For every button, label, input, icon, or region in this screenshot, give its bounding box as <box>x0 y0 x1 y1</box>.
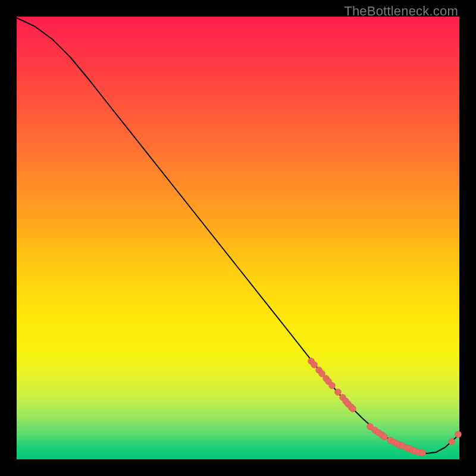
data-point <box>449 439 455 445</box>
chart-overlay <box>17 17 459 459</box>
data-point <box>329 383 336 389</box>
scatter-dots <box>308 358 462 456</box>
data-point <box>419 450 426 456</box>
data-point <box>455 431 462 438</box>
data-point <box>381 434 388 440</box>
data-point <box>335 389 342 396</box>
data-point <box>350 406 356 412</box>
chart-stage: TheBottleneck.com <box>0 0 476 476</box>
bottleneck-curve <box>17 18 459 453</box>
data-point <box>311 362 318 368</box>
